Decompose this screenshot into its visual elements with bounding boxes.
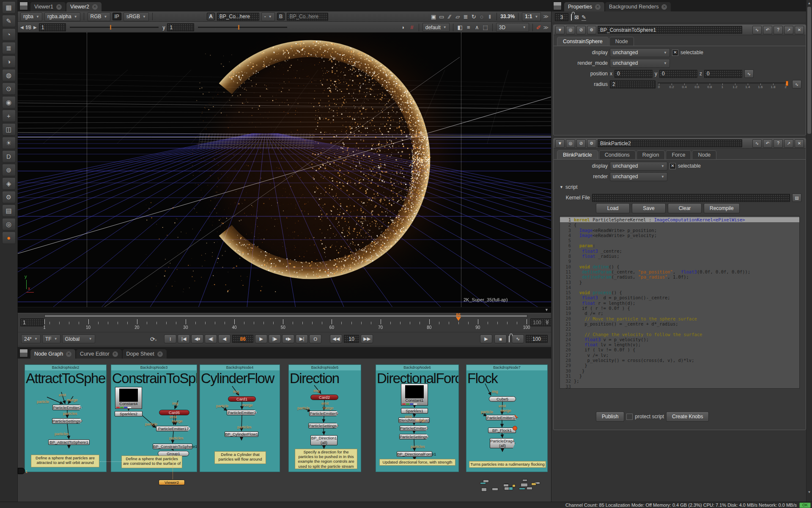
tab-node-graph[interactable]: Node Graph✕ [30, 349, 75, 359]
viewer-lut3d-dropdown[interactable]: default▼ [422, 23, 450, 32]
flipbook-icon[interactable]: ▶ [480, 334, 492, 343]
protect-script-checkbox[interactable] [626, 414, 633, 420]
viewer-canvas[interactable] [18, 33, 551, 307]
panel-scrollbar[interactable]: ▲ ▼ [806, 0, 812, 502]
tab-constrainsphere[interactable]: ConstrainSphere [557, 37, 609, 46]
node-viewer2[interactable]: Viewer2 [159, 480, 185, 485]
scroll-down-icon[interactable]: ▼ [807, 489, 812, 495]
node-bp-cylinderflow1[interactable]: BP_CylinderFlow1 [225, 431, 258, 437]
in-point-button[interactable]: I [164, 334, 176, 343]
recompile-button[interactable]: Recompile [704, 203, 740, 213]
backdrop-header[interactable]: BackdropNode6 [376, 365, 458, 370]
backdrop-header[interactable]: BackdropNode2 [25, 365, 106, 370]
tab-region[interactable]: Region [636, 150, 665, 159]
node-particleemitter14[interactable]: ParticleEmitter14 [486, 415, 518, 420]
folder-icon[interactable]: ▤ [792, 193, 801, 202]
node-name-input[interactable]: BlinkParticle2 [598, 139, 742, 147]
close-icon[interactable]: ✕ [157, 351, 163, 357]
tab-node[interactable]: Node [692, 150, 716, 159]
kernel-file-input[interactable] [592, 194, 790, 202]
clear-button[interactable]: Clear [668, 203, 702, 213]
goto-end-button[interactable]: ▶| [296, 334, 308, 343]
frame-increment-input[interactable]: 10 [344, 335, 359, 343]
gain-slider-handle[interactable] [110, 25, 111, 30]
channel-icon[interactable]: ≣ [2, 42, 16, 54]
tf-dropdown[interactable]: TF▼ [42, 334, 60, 343]
close-icon[interactable]: ✕ [595, 4, 601, 10]
timeline-scrollbar[interactable] [44, 315, 527, 318]
step-back-button[interactable]: ◀| [205, 334, 217, 343]
wipe-icon[interactable]: ⁄⁄ [446, 14, 453, 20]
hide-input-icon[interactable]: ⊘ [576, 139, 586, 148]
viewer-collapse-icon[interactable]: ▼ [545, 308, 549, 312]
skip-back-button[interactable]: ◀◀ [330, 334, 342, 343]
tab-node[interactable]: Node [609, 37, 634, 46]
backdrop-direction[interactable]: BackdropNode5DirectionCard2ParticleEmitt… [288, 364, 361, 472]
node-card1[interactable]: Card1 [228, 396, 256, 402]
tracks-icon[interactable]: ≡ [465, 24, 472, 30]
tab-blinkparticle[interactable]: BlinkParticle [557, 150, 598, 159]
lock-panels-icon[interactable] [571, 14, 572, 20]
range-mode-dropdown[interactable]: Global▼ [62, 334, 95, 343]
backdrop-note[interactable]: Updated directional force, with strength… [379, 459, 455, 466]
node-particlesettings3[interactable]: ParticleSettings3 [399, 434, 429, 439]
color-icon[interactable]: ◑ [2, 55, 16, 68]
playhead[interactable] [456, 317, 461, 321]
gamma-slider[interactable] [198, 27, 287, 28]
view-mode-dropdown[interactable]: 3D▼ [496, 23, 529, 32]
distant-nodes[interactable] [469, 479, 549, 491]
float-panel-icon[interactable]: ↗ [784, 26, 793, 34]
next-key-button[interactable]: ♦▶ [282, 334, 294, 343]
backdrop-note[interactable]: Define a sphere that particles are const… [121, 456, 182, 468]
keyer-icon[interactable]: ⊙ [2, 83, 16, 95]
position-x-input[interactable]: 0 [614, 70, 653, 78]
current-frame-input[interactable]: 86 [232, 335, 253, 343]
curve-editor-icon[interactable]: ∿ [752, 26, 762, 34]
position-z-input[interactable]: 0 [704, 70, 742, 78]
animation-menu-icon[interactable]: ∿ [744, 69, 754, 78]
marquee-icon[interactable]: ⬚ [482, 24, 489, 30]
node-bp-flock1[interactable]: BP_Flock1 [488, 428, 516, 433]
time-icon[interactable]: ◔ [2, 28, 16, 41]
backdrop-cylinderflow[interactable]: BackdropNode4CylinderFlowCard1ParticleEm… [200, 364, 280, 472]
fps-dropdown[interactable]: 24*▼ [21, 334, 41, 343]
help-icon[interactable]: ? [774, 139, 783, 148]
more-chevron-icon[interactable]: ≫ [543, 25, 549, 30]
node-constant1[interactable]: Constant1 [401, 384, 428, 406]
display-dropdown[interactable]: unchanged▼ [610, 162, 667, 171]
close-icon[interactable]: ✕ [795, 139, 804, 148]
node-cube5[interactable]: Cube5 [489, 396, 516, 402]
wrench-icon[interactable]: ⚙ [587, 26, 596, 34]
annotate-pen-icon[interactable]: ✐ [536, 24, 541, 31]
help-icon[interactable]: ? [774, 26, 783, 34]
create-knobs-button[interactable]: Create Knobs [666, 411, 709, 422]
render-mode-dropdown[interactable]: unchanged▼ [610, 59, 670, 68]
proxy-icon[interactable]: ▭ [438, 14, 445, 20]
kernel-code-editor[interactable]: 1kernel ParticleSphereKernel : ImageComp… [560, 216, 800, 389]
gain-input[interactable]: 1 [39, 23, 66, 31]
node-particlesettings1[interactable]: ParticleSettings1 [308, 423, 339, 428]
viewer-input-stub[interactable] [18, 468, 25, 474]
tab-curve-editor[interactable]: Curve Editor✕ [76, 349, 121, 359]
backdrop-note[interactable]: Turns particles into a rudimentary flock… [469, 461, 546, 468]
filter-icon[interactable]: ◍ [2, 69, 16, 81]
prev-fstop-icon[interactable]: ◀ [20, 25, 24, 30]
node-bp-attracttosphere1[interactable]: BP_AttractToSphere1 [48, 439, 90, 445]
tab-background-renders[interactable]: Background Renders✕ [605, 2, 671, 11]
close-icon[interactable]: ✕ [66, 351, 71, 357]
load-button[interactable]: Load [596, 203, 630, 213]
node-particleemitter2[interactable]: ParticleEmitter2 [52, 405, 82, 410]
render-dropdown[interactable]: unchanged▼ [610, 172, 667, 181]
input-a-chip[interactable]: A [207, 13, 215, 20]
scrollbar-handle[interactable] [807, 7, 811, 134]
metadata-icon[interactable]: ◈ [2, 177, 16, 190]
nuke-icon[interactable]: ● [2, 232, 16, 244]
node-graph-canvas[interactable]: BackdropNode2AttractToSphereParticleEmit… [18, 359, 551, 502]
node-bp-direction1[interactable]: BP_Direction1(all) [310, 435, 337, 445]
tab-force[interactable]: Force [666, 150, 691, 159]
profile-icon[interactable]: ∿ [512, 334, 524, 343]
tab-conditions[interactable]: Conditions [599, 150, 636, 159]
play-backward-button[interactable]: ◀ [218, 334, 230, 343]
goto-start-button[interactable]: |◀ [178, 334, 190, 343]
float-panel-icon[interactable]: ↗ [784, 139, 793, 148]
